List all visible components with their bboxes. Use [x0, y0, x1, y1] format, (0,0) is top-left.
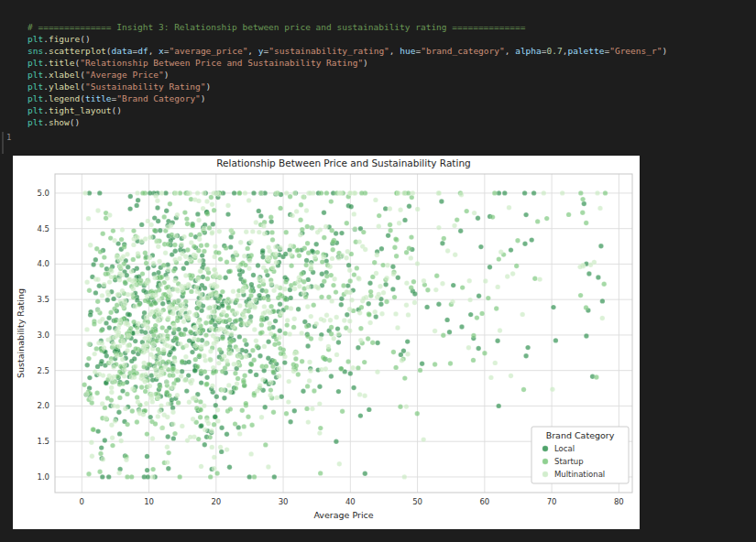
- code-token-punct: ): [201, 93, 206, 103]
- y-axis-label: Sustainability Rating: [16, 288, 26, 378]
- svg-text:3.0: 3.0: [37, 331, 49, 340]
- code-token-str: "average_price": [170, 46, 248, 56]
- svg-text:1.0: 1.0: [37, 472, 49, 482]
- code-token-punct: ,: [148, 46, 159, 56]
- chart-output: 010203040506070801.01.52.02.53.03.54.04.…: [13, 156, 640, 529]
- code-token-func: figure: [49, 34, 80, 44]
- svg-text:4.5: 4.5: [37, 224, 49, 233]
- code-line: # ============== Insight 3: Relationship…: [27, 21, 742, 33]
- execution-count-label: 1: [6, 133, 11, 142]
- code-token-punct: (): [70, 117, 80, 127]
- code-token-kwarg: alpha: [515, 46, 542, 56]
- code-token-punct: ): [164, 70, 170, 80]
- svg-text:20: 20: [211, 497, 221, 506]
- code-token-str: "Sustainability Rating": [85, 81, 206, 92]
- svg-text:5.0: 5.0: [37, 189, 49, 198]
- cell-execution-count: 1: [2, 132, 11, 154]
- legend-label-local: Local: [554, 444, 575, 453]
- code-token-punct: ,: [247, 46, 257, 56]
- legend-label-startup: Startup: [554, 457, 584, 466]
- code-token-module: plt: [27, 70, 43, 80]
- svg-text:3.5: 3.5: [37, 295, 49, 304]
- y-tick-labels: 1.01.52.02.53.03.54.04.55.0: [37, 189, 49, 482]
- svg-text:4.0: 4.0: [37, 259, 49, 268]
- svg-text:60: 60: [479, 497, 489, 506]
- legend-marker-multinational: [542, 472, 548, 477]
- svg-text:50: 50: [412, 497, 422, 506]
- svg-text:10: 10: [144, 497, 154, 506]
- svg-text:0: 0: [80, 497, 84, 506]
- code-token-func: tight_layout: [49, 105, 112, 115]
- code-token-func: ylabel: [49, 81, 80, 92]
- code-token-module: plt: [27, 93, 43, 103]
- code-token-var: df: [137, 46, 148, 56]
- scatter-chart-svg: 010203040506070801.01.52.02.53.03.54.04.…: [13, 156, 640, 529]
- code-token-str: "sustainability_rating": [268, 46, 389, 56]
- code-token-str: "brand_category": [421, 46, 505, 56]
- code-token-punct: ): [363, 58, 368, 68]
- svg-text:70: 70: [547, 497, 557, 506]
- legend-title: Brand Category: [546, 430, 615, 440]
- code-token-module: plt: [27, 117, 43, 127]
- code-token-str: "Greens_r": [609, 46, 662, 56]
- code-line: plt.xlabel("Average Price"): [27, 69, 742, 81]
- code-token-num: 0.7: [547, 46, 563, 56]
- code-token-str: "Brand Category": [116, 93, 201, 103]
- svg-text:30: 30: [279, 497, 289, 506]
- svg-text:1.5: 1.5: [37, 437, 49, 446]
- x-tick-labels: 01020304050607080: [80, 497, 624, 506]
- code-token-punct: (): [112, 105, 122, 115]
- code-token-str: "Relationship Between Price and Sustaina…: [80, 58, 363, 68]
- code-line: plt.figure(): [27, 33, 742, 45]
- code-token-kwarg: title: [85, 93, 112, 103]
- code-token-module: sns: [27, 46, 43, 56]
- code-token-punct: ,: [505, 46, 515, 56]
- code-token-func: xlabel: [49, 70, 80, 80]
- code-line: plt.show(): [27, 116, 742, 128]
- svg-text:2.5: 2.5: [37, 366, 49, 375]
- code-token-punct: ): [206, 81, 212, 92]
- code-token-kwarg: hue: [400, 46, 415, 56]
- code-token-module: plt: [27, 58, 43, 68]
- code-token-punct: ): [662, 46, 667, 56]
- code-token-module: plt: [27, 81, 43, 92]
- code-line: plt.legend(title="Brand Category"): [27, 92, 742, 104]
- code-token-str: "Average Price": [85, 70, 164, 80]
- legend-label-multinational: Multinational: [554, 470, 605, 479]
- chart-legend: Brand CategoryLocalStartupMultinational: [531, 427, 629, 483]
- code-cell[interactable]: # ============== Insight 3: Relationship…: [27, 21, 742, 128]
- code-line: plt.title("Relationship Between Price an…: [27, 57, 742, 69]
- legend-marker-startup: [542, 459, 548, 464]
- code-token-func: legend: [49, 93, 80, 103]
- code-token-func: title: [49, 58, 75, 68]
- svg-text:80: 80: [614, 497, 624, 506]
- code-line: sns.scatterplot(data=df, x="average_pric…: [27, 45, 742, 57]
- chart-title: Relationship Between Price and Sustainab…: [216, 157, 470, 168]
- svg-text:2.0: 2.0: [37, 401, 49, 410]
- x-axis-label: Average Price: [313, 510, 373, 520]
- code-token-punct: (): [80, 34, 90, 44]
- code-token-module: plt: [27, 105, 43, 115]
- code-token-func: show: [49, 117, 70, 127]
- legend-marker-local: [542, 446, 548, 451]
- code-token-kwarg: palette: [567, 46, 604, 56]
- code-token-kwarg: data: [112, 46, 133, 56]
- svg-text:40: 40: [345, 497, 356, 506]
- code-token-punct: ,: [389, 46, 400, 56]
- code-token-comment: # ============== Insight 3: Relationship…: [27, 22, 525, 32]
- code-token-module: plt: [27, 34, 43, 44]
- code-token-func: scatterplot: [49, 46, 106, 56]
- code-line: plt.tight_layout(): [27, 104, 742, 116]
- code-line: plt.ylabel("Sustainability Rating"): [27, 81, 742, 92]
